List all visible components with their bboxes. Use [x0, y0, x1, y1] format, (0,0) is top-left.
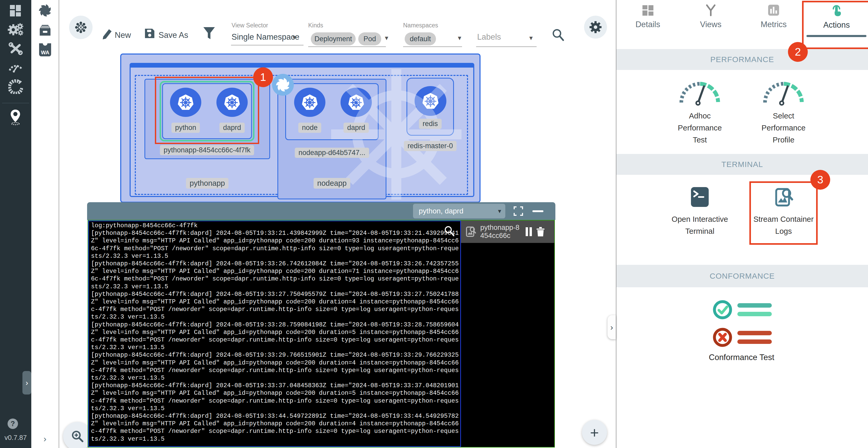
- container-daprd-2[interactable]: [341, 88, 372, 117]
- canvas-mode-button[interactable]: [69, 16, 93, 39]
- adhoc-performance-test-action[interactable]: Adhoc Performance Test: [667, 77, 733, 146]
- namespaces-caret-icon[interactable]: ▾: [458, 34, 461, 42]
- gauge-icon: [762, 77, 806, 106]
- collapse-panel-chevron[interactable]: ›: [608, 315, 616, 339]
- conformance-test-label: Conformance Test: [689, 353, 794, 362]
- annotation-box-3: [749, 181, 818, 245]
- kind-chip-deployment[interactable]: Deployment: [311, 32, 355, 46]
- section-conformance-header: CONFORMANCE: [616, 265, 868, 287]
- conformance-fail-icon: [712, 327, 772, 348]
- kinds-caret-icon[interactable]: ▾: [385, 34, 388, 42]
- metrics-icon: [768, 4, 780, 16]
- container-label: redis: [419, 119, 442, 129]
- meshery-logo-icon[interactable]: [31, 3, 59, 18]
- log-output: log:pythonapp-8454cc66c-4f7fk [pythonapp…: [89, 221, 460, 443]
- dashboard-icon[interactable]: [0, 5, 31, 17]
- log-terminal-window: python, daprd ▾ log:pythonapp-8454cc66c-…: [87, 202, 555, 448]
- delete-session-icon[interactable]: [536, 227, 545, 237]
- annotation-badge-1: 1: [253, 67, 273, 87]
- search-icon[interactable]: [552, 28, 564, 41]
- help-icon[interactable]: ?: [7, 419, 18, 429]
- tab-metrics[interactable]: Metrics: [742, 0, 805, 44]
- log-session-row[interactable]: pythonapp-8454cc66c: [461, 220, 554, 243]
- section-performance-header: PERFORMANCE: [616, 49, 868, 70]
- save-icon[interactable]: [144, 28, 155, 39]
- log-search-icon[interactable]: [443, 225, 455, 237]
- view-selector-label: View Selector: [231, 22, 268, 29]
- performance-gauge-icon[interactable]: [0, 61, 31, 72]
- annotation-badge-2: 2: [788, 42, 808, 62]
- location-pin-icon[interactable]: [0, 109, 31, 125]
- open-interactive-terminal-action[interactable]: Open Interactive Terminal: [667, 186, 733, 237]
- svg-text:WA: WA: [41, 50, 49, 55]
- fullscreen-icon[interactable]: [514, 206, 523, 216]
- deployment-name-label: nodeapp: [314, 178, 350, 189]
- app-version: v0.7.87: [0, 434, 31, 442]
- container-label: node: [298, 123, 321, 133]
- section-terminal-header: TERMINAL: [616, 154, 868, 175]
- minimize-icon[interactable]: [532, 210, 544, 212]
- terminal-titlebar[interactable]: python, daprd ▾: [87, 202, 555, 220]
- deployment-name-label: pythonapp: [186, 178, 228, 189]
- extension-dock: WA ›: [31, 0, 59, 448]
- details-grid-icon: [642, 4, 654, 16]
- labels-caret-icon[interactable]: ▾: [529, 34, 533, 42]
- add-node-button[interactable]: +: [582, 420, 607, 445]
- terminal-icon: [690, 186, 710, 207]
- app-sidebar: › ? v0.7.87: [0, 0, 31, 448]
- kind-chip-pod[interactable]: Pod: [358, 32, 381, 46]
- stream-logs-icon: [465, 226, 477, 238]
- settings-gears-icon[interactable]: [0, 23, 31, 36]
- dapr-sidecar-icon[interactable]: [272, 74, 294, 96]
- container-select-value: python, daprd: [413, 207, 498, 215]
- view-selector-dropdown[interactable]: Single Namespace: [231, 32, 299, 42]
- catalog-inbox-icon[interactable]: [31, 24, 59, 37]
- namespace-chip-default[interactable]: default: [405, 32, 436, 46]
- select-performance-profile-action[interactable]: Select Performance Profile: [751, 77, 816, 146]
- sidebar-divider: [2, 103, 29, 103]
- pod-name-label: redis-master-0: [404, 141, 457, 151]
- annotation-box-2: [802, 1, 868, 49]
- conformance-pass-icon: [712, 299, 772, 321]
- extensions-pie-icon[interactable]: [0, 79, 31, 94]
- container-label: daprd: [343, 123, 369, 133]
- terminal-content: log:pythonapp-8454cc66c-4f7fk [pythonapp…: [88, 220, 555, 447]
- dock-expand-chevron[interactable]: ›: [31, 434, 59, 444]
- pencil-icon[interactable]: [102, 28, 112, 40]
- sidebar-expand-chevron[interactable]: ›: [23, 371, 31, 394]
- annotation-box-1: [155, 77, 259, 144]
- labels-filter-dropdown[interactable]: Labels: [477, 32, 501, 42]
- app-window: › ? v0.7.87 WA ›: [0, 0, 868, 448]
- save-as-button[interactable]: Save As: [158, 31, 188, 40]
- view-selector-caret-icon[interactable]: ▾: [292, 33, 296, 41]
- container-select-caret-icon: ▾: [498, 207, 505, 215]
- pod-name-label: pythonapp-8454cc66c-4f7fk: [160, 145, 254, 155]
- toolkit-icon[interactable]: [0, 42, 31, 55]
- tab-details[interactable]: Details: [616, 0, 679, 44]
- log-stream-area[interactable]: log:pythonapp-8454cc66c-4f7fk [pythonapp…: [88, 220, 461, 447]
- container-select-dropdown[interactable]: python, daprd ▾: [413, 204, 505, 218]
- settings-gear-button[interactable]: [584, 16, 607, 39]
- pod-name-label: nodeapp-d64b5747...: [295, 148, 369, 158]
- log-session-panel: pythonapp-8454cc66c: [461, 220, 554, 447]
- container-redis[interactable]: [414, 86, 446, 116]
- views-icon: [705, 4, 717, 16]
- gauge-icon: [678, 77, 722, 106]
- pause-stream-icon[interactable]: [526, 227, 532, 236]
- filter-funnel-icon[interactable]: [203, 27, 215, 41]
- tab-views[interactable]: Views: [679, 0, 742, 44]
- new-button[interactable]: New: [115, 31, 131, 40]
- wasm-icon[interactable]: WA: [31, 43, 59, 57]
- namespaces-label: Namespaces: [403, 22, 438, 29]
- details-panel: Details Views Metrics: [616, 0, 868, 448]
- session-pod-name: pythonapp-8454cc66c: [480, 223, 522, 240]
- annotation-badge-3: 3: [810, 170, 830, 190]
- kinds-label: Kinds: [308, 22, 323, 29]
- container-node[interactable]: [294, 88, 326, 117]
